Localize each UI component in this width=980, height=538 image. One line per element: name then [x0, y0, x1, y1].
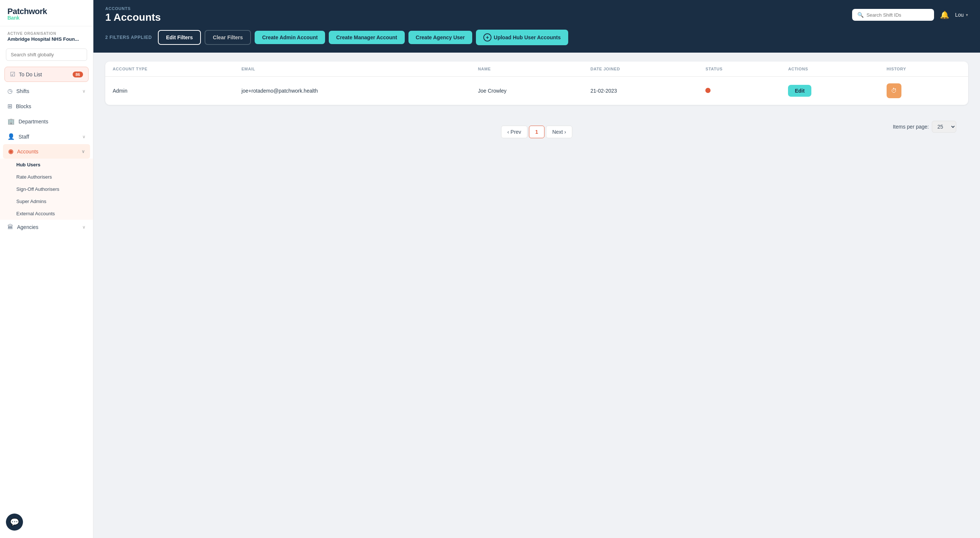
edit-filters-button[interactable]: Edit Filters — [158, 30, 201, 45]
sidebar-label-accounts: Accounts — [17, 149, 81, 154]
col-name: NAME — [471, 62, 583, 77]
cell-account-type: Admin — [105, 77, 234, 105]
departments-icon: 🏢 — [7, 118, 15, 125]
sidebar-item-departments[interactable]: 🏢 Departments — [0, 114, 93, 129]
col-history: HISTORY — [879, 62, 968, 77]
main-content: ACCOUNTS 1 Accounts 🔍 🔔 Lou ▾ 2 FILTERS … — [94, 0, 980, 538]
toolbar: 2 FILTERS APPLIED Edit Filters Clear Fil… — [94, 30, 980, 52]
chevron-down-icon: ▾ — [966, 13, 968, 17]
sidebar-item-blocks[interactable]: ⊞ Blocks — [0, 98, 93, 114]
sidebar-label-blocks: Blocks — [16, 103, 86, 109]
sidebar-label-agencies: Agencies — [17, 224, 82, 230]
todo-badge: 86 — [73, 71, 83, 78]
sidebar-item-external[interactable]: External Accounts — [0, 208, 93, 220]
col-email: EMAIL — [234, 62, 470, 77]
notification-bell-icon[interactable]: 🔔 — [940, 10, 949, 19]
accounts-table-card: ACCOUNT TYPE EMAIL NAME DATE JOINED STAT… — [105, 62, 968, 105]
sidebar-item-accounts[interactable]: ◉ Accounts ∨ — [3, 144, 90, 159]
blocks-icon: ⊞ — [7, 103, 12, 110]
create-manager-button[interactable]: Create Manager Account — [329, 31, 404, 44]
user-menu[interactable]: Lou ▾ — [955, 12, 968, 18]
cell-history: ⏱ — [879, 77, 968, 105]
sidebar-item-todo[interactable]: ☑ To Do List 86 — [5, 67, 89, 82]
col-account-type: ACCOUNT TYPE — [105, 62, 234, 77]
search-shift-ids-input[interactable] — [867, 12, 929, 18]
plus-icon: + — [483, 33, 492, 41]
sidebar-item-super-admins[interactable]: Super Admins — [0, 195, 93, 208]
sidebar-item-rate-auth[interactable]: Rate Authorisers — [0, 171, 93, 183]
shifts-icon: ◷ — [7, 87, 13, 95]
org-name: Ambridge Hospital NHS Foun... — [7, 37, 86, 42]
upload-hub-label: Upload Hub User Accounts — [494, 35, 561, 40]
header-right: 🔍 🔔 Lou ▾ — [852, 9, 968, 21]
sidebar-label-shifts: Shifts — [16, 88, 82, 94]
next-page-button[interactable]: Next › — [546, 125, 572, 138]
upload-hub-button[interactable]: + Upload Hub User Accounts — [476, 30, 568, 45]
chevron-down-icon: ∨ — [82, 89, 86, 94]
search-shift-input[interactable] — [6, 49, 87, 61]
logo: Patchwork Bank — [0, 0, 93, 26]
agencies-icon: 🏛 — [7, 224, 13, 230]
view-history-button[interactable]: ⏱ — [886, 83, 901, 98]
sidebar-item-label: To Do List — [19, 71, 70, 78]
todo-icon: ☑ — [10, 71, 15, 78]
items-per-page-label: Items per page: — [893, 124, 929, 130]
search-shift-ids-box: 🔍 — [852, 9, 934, 21]
col-status: STATUS — [698, 62, 781, 77]
col-date-joined: DATE JOINED — [583, 62, 698, 77]
sidebar-label-staff: Staff — [19, 134, 82, 140]
status-badge — [705, 88, 711, 93]
content-area: ACCOUNT TYPE EMAIL NAME DATE JOINED STAT… — [94, 52, 980, 538]
chat-button[interactable]: 💬 — [6, 514, 23, 531]
accounts-table: ACCOUNT TYPE EMAIL NAME DATE JOINED STAT… — [105, 62, 968, 105]
items-per-page: Items per page: 25 50 100 — [893, 121, 956, 133]
sidebar-nav: ☑ To Do List 86 ◷ Shifts ∨ ⊞ Blocks 🏢 De… — [0, 65, 93, 538]
items-per-page-select[interactable]: 25 50 100 — [932, 121, 956, 133]
cell-status — [698, 77, 781, 105]
create-agency-button[interactable]: Create Agency User — [409, 31, 473, 44]
page-1-button[interactable]: 1 — [529, 125, 544, 138]
chevron-down-icon: ∨ — [82, 225, 86, 230]
staff-icon: 👤 — [7, 133, 15, 140]
cell-email: joe+rotademo@patchwork.health — [234, 77, 470, 105]
clear-filters-button[interactable]: Clear Filters — [205, 30, 251, 45]
accounts-icon: ◉ — [8, 148, 13, 155]
page-title: 1 Accounts — [105, 11, 161, 23]
breadcrumb: ACCOUNTS — [105, 6, 161, 11]
header-titles: ACCOUNTS 1 Accounts — [105, 6, 161, 23]
pagination-row: ‹ Prev 1 Next › Items per page: 25 50 10… — [105, 115, 968, 138]
sidebar-item-hub-users[interactable]: Hub Users — [0, 159, 93, 171]
sidebar-label-departments: Departments — [19, 119, 86, 124]
table-row: Admin joe+rotademo@patchwork.health Joe … — [105, 77, 968, 105]
col-actions: ACTIONS — [781, 62, 879, 77]
sidebar-item-shifts[interactable]: ◷ Shifts ∨ — [0, 83, 93, 98]
history-icon: ⏱ — [891, 87, 897, 94]
org-label: ACTIVE ORGANISATION — [7, 32, 86, 36]
filter-label: 2 FILTERS APPLIED — [105, 35, 152, 40]
page-header: ACCOUNTS 1 Accounts 🔍 🔔 Lou ▾ — [94, 0, 980, 30]
sidebar-item-signoff-auth[interactable]: Sign-Off Authorisers — [0, 183, 93, 195]
search-icon: 🔍 — [858, 12, 864, 18]
cell-name: Joe Crowley — [471, 77, 583, 105]
prev-page-button[interactable]: ‹ Prev — [501, 125, 527, 138]
org-section: ACTIVE ORGANISATION Ambridge Hospital NH… — [0, 26, 93, 46]
chat-icon: 💬 — [10, 517, 19, 527]
chevron-down-icon: ∨ — [82, 134, 86, 139]
user-name: Lou — [955, 12, 964, 18]
sidebar-item-agencies[interactable]: 🏛 Agencies ∨ — [0, 220, 93, 235]
sidebar: Patchwork Bank ACTIVE ORGANISATION Ambri… — [0, 0, 94, 538]
cell-actions: Edit — [781, 77, 879, 105]
create-admin-button[interactable]: Create Admin Account — [255, 31, 325, 44]
chevron-down-icon: ∨ — [81, 149, 85, 154]
cell-date-joined: 21-02-2023 — [583, 77, 698, 105]
pagination: ‹ Prev 1 Next › — [501, 125, 572, 138]
accounts-submenu: Hub Users Rate Authorisers Sign-Off Auth… — [0, 159, 93, 220]
sidebar-item-staff[interactable]: 👤 Staff ∨ — [0, 129, 93, 144]
edit-account-button[interactable]: Edit — [788, 85, 811, 97]
